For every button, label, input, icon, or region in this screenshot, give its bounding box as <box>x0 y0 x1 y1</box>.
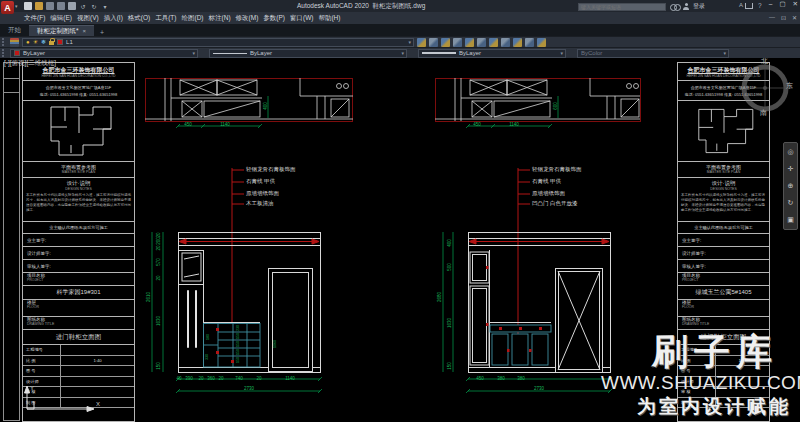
layer-sun-icon[interactable]: ☀ <box>33 39 38 45</box>
doc-close-button[interactable]: ✕ <box>792 14 797 21</box>
menu-format[interactable]: 格式(O) <box>128 14 150 23</box>
maximize-button[interactable]: ▢ <box>779 0 785 8</box>
layer-freeze-tool-icon[interactable] <box>477 38 486 47</box>
properties-toolbar: ByLayer ▾ ByLayer ▾ ByLayer ▾ ByColor ▾ <box>0 47 800 58</box>
menu-insert[interactable]: 插入(I) <box>104 14 123 23</box>
layer-on-icon[interactable]: ● <box>26 39 30 45</box>
layer-lock-icon[interactable] <box>49 41 54 45</box>
logo-dropdown-icon[interactable]: ▾ <box>15 3 18 9</box>
layer-walk-icon[interactable] <box>525 38 534 47</box>
owner-confirm-row: 业主确认此图纸无误后方可施工 <box>23 222 134 234</box>
color-dropdown-icon[interactable]: ▾ <box>192 50 195 56</box>
layer-merge-icon[interactable] <box>537 38 546 47</box>
current-layer-name: L1 <box>66 39 73 45</box>
dim-text: 150 <box>236 349 240 355</box>
lineweight-control[interactable]: ByLayer ▾ <box>418 49 566 58</box>
owner-confirm-row: 业主确认此图纸无误后方可施工 <box>678 222 769 234</box>
design-notes-body: 本工程所有尺寸均以现场实际放样尺寸为准，施工前请仔细核对现场尺寸，如有出入请及时… <box>23 192 134 222</box>
plotstyle-value: ByColor <box>581 50 602 56</box>
plotstyle-control[interactable]: ByColor ▾ <box>577 49 729 58</box>
save-as-icon[interactable] <box>57 2 65 10</box>
layer-combo-dropdown-icon[interactable]: ▾ <box>408 39 411 45</box>
steering-wheel-icon[interactable]: ◎ <box>787 148 793 156</box>
autocad-logo-icon[interactable]: A <box>1 1 14 14</box>
layer-properties-icon[interactable] <box>10 38 19 47</box>
dim-text: 450 <box>476 376 484 381</box>
ucs-y-label: Y <box>30 385 34 391</box>
dim-text: 380 <box>497 376 505 381</box>
make-current-layer-icon[interactable] <box>417 38 426 47</box>
layer-isolate-icon[interactable] <box>453 38 462 47</box>
color-control[interactable]: ByLayer ▾ <box>10 49 198 58</box>
scale-value: 1:40 <box>61 356 134 366</box>
plot-icon[interactable] <box>68 2 76 10</box>
plotstyle-dropdown-icon[interactable]: ▾ <box>723 50 726 56</box>
floorplan-thumbnail <box>23 101 134 161</box>
project-value: 科学家园19#301 <box>23 286 134 300</box>
lineweight-dropdown-icon[interactable]: ▾ <box>560 50 563 56</box>
save-icon[interactable] <box>46 2 54 10</box>
new-tab-icon[interactable]: + <box>100 29 104 36</box>
leader-note: 石膏线 甲供 <box>246 178 275 185</box>
menu-draw[interactable]: 绘图(D) <box>182 14 204 23</box>
toolbar-grip[interactable] <box>2 49 5 57</box>
menu-tools[interactable]: 工具(T) <box>155 14 176 23</box>
menu-help[interactable]: 帮助(H) <box>318 14 340 23</box>
match-layer-icon[interactable] <box>429 38 438 47</box>
doc-minimize-button[interactable]: — <box>769 14 775 21</box>
tab-drawing[interactable]: 鞋柜定制图纸* × <box>29 25 94 36</box>
search-icon[interactable] <box>670 3 679 10</box>
new-file-icon[interactable] <box>24 2 32 10</box>
help-icon[interactable]: ? <box>758 2 762 9</box>
design-notes-body: 本工程所有尺寸均以现场实际放样尺寸为准，施工前请仔细核对现场尺寸，如有出入请及时… <box>678 192 769 222</box>
linetype-dropdown-icon[interactable]: ▾ <box>401 50 404 56</box>
watermark-slogan: 为室内设计赋能 <box>637 394 791 420</box>
design-notes-title: 设计·说明 DESIGN NOTES <box>678 178 769 192</box>
exchange-apps-icon[interactable]: A <box>739 2 743 8</box>
menu-window[interactable]: 窗口(W) <box>290 14 313 23</box>
account-icon[interactable] <box>683 3 689 10</box>
menu-parametric[interactable]: 参数(P) <box>263 14 285 23</box>
menu-edit[interactable]: 编辑(E) <box>50 14 72 23</box>
designer-sign-row: 设计师签字: <box>678 247 769 260</box>
menu-dimension[interactable]: 标注(N) <box>209 14 231 23</box>
menu-file[interactable]: 文件(F) <box>24 14 45 23</box>
layer-combo[interactable]: ● ☀ ❄ L1 ▾ <box>22 38 414 47</box>
layer-off-icon[interactable] <box>489 38 498 47</box>
linetype-control[interactable]: ByLayer ▾ <box>209 49 407 58</box>
zoom-icon[interactable]: ⊕ <box>788 182 794 190</box>
quick-access-toolbar: ↺ ↻ ▾ <box>24 2 109 10</box>
viewport-controls-label[interactable]: [-][俯视][二维线框] <box>4 59 56 68</box>
qat-dropdown-icon[interactable]: ▾ <box>101 2 109 10</box>
pan-icon[interactable]: ✛ <box>788 165 794 173</box>
app-store-cart-icon[interactable] <box>745 3 753 9</box>
redo-icon[interactable]: ↻ <box>90 2 98 10</box>
layer-color-swatch <box>57 39 63 45</box>
lineweight-value: ByLayer <box>459 50 481 56</box>
previous-layer-icon[interactable] <box>441 38 450 47</box>
layer-lock-tool-icon[interactable] <box>501 38 510 47</box>
doc-restore-button[interactable]: ⊡ <box>781 14 786 21</box>
layer-freeze-icon[interactable]: ❄ <box>41 39 46 45</box>
compass-south-label[interactable]: 南 <box>760 108 767 118</box>
leader-note: 轻钢龙骨石膏板饰面 <box>532 166 582 173</box>
search-input[interactable] <box>578 3 666 11</box>
close-button[interactable]: ✕ <box>793 0 798 8</box>
menu-modify[interactable]: 修改(M) <box>236 14 259 23</box>
undo-icon[interactable]: ↺ <box>79 2 87 10</box>
minimize-button[interactable]: – <box>769 0 773 8</box>
wallpaper-hatch-left <box>205 250 318 367</box>
layer-unisolate-icon[interactable] <box>465 38 474 47</box>
tab-close-icon[interactable]: × <box>83 28 87 34</box>
menu-view[interactable]: 视图(V) <box>77 14 99 23</box>
layer-unlock-tool-icon[interactable] <box>513 38 522 47</box>
compass-east-label[interactable]: 东 <box>786 81 793 91</box>
orbit-icon[interactable]: ↻ <box>788 199 794 207</box>
dim-text: 20 <box>198 376 203 381</box>
showmotion-icon[interactable]: ▣ <box>787 216 794 224</box>
signin-link[interactable]: 登录 <box>693 2 705 11</box>
autocad-window: A ▾ ↺ ↻ ▾ Autodesk AutoCAD 2020 鞋柜定制图纸.d… <box>0 0 800 422</box>
tab-start[interactable]: 开始 <box>0 25 29 36</box>
open-file-icon[interactable] <box>35 2 43 10</box>
toolbar-grip[interactable] <box>2 38 5 46</box>
